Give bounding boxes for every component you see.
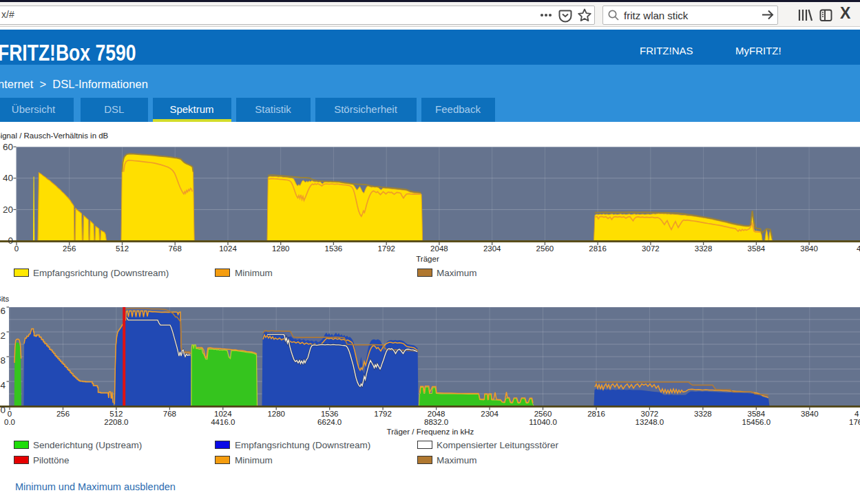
svg-text:Träger: Träger <box>416 255 439 263</box>
svg-text:1280: 1280 <box>272 244 290 253</box>
svg-text:13248.0: 13248.0 <box>636 418 664 426</box>
svg-text:0: 0 <box>14 244 19 253</box>
svg-text:20: 20 <box>3 204 13 215</box>
svg-text:15456.0: 15456.0 <box>742 418 771 426</box>
svg-text:3584: 3584 <box>748 244 766 253</box>
svg-text:512: 512 <box>109 410 123 418</box>
svg-text:1536: 1536 <box>321 410 339 418</box>
svg-text:3328: 3328 <box>695 244 713 253</box>
svg-text:0.0: 0.0 <box>4 418 15 426</box>
svg-text:60: 60 <box>3 142 13 152</box>
svg-text:768: 768 <box>163 410 176 418</box>
svg-text:1280: 1280 <box>267 410 285 418</box>
svg-text:1536: 1536 <box>325 244 343 253</box>
svg-text:2048: 2048 <box>428 410 445 418</box>
svg-text:40: 40 <box>3 173 13 183</box>
svg-text:Signal / Rausch-Verhältnis in: Signal / Rausch-Verhältnis in dB <box>0 132 109 140</box>
svg-text:3840: 3840 <box>801 410 819 418</box>
svg-text:2816: 2816 <box>587 410 605 418</box>
svg-text:4416.0: 4416.0 <box>211 418 235 426</box>
svg-text:2304: 2304 <box>483 244 501 253</box>
svg-text:0: 0 <box>8 410 12 418</box>
svg-text:Bits: Bits <box>0 295 9 303</box>
svg-text:17664.0: 17664.0 <box>849 418 860 426</box>
svg-text:4: 4 <box>857 244 860 253</box>
svg-text:768: 768 <box>169 244 182 253</box>
svg-text:2208.0: 2208.0 <box>104 418 128 426</box>
svg-text:1024: 1024 <box>214 410 232 418</box>
svg-text:3072: 3072 <box>641 410 659 418</box>
svg-text:4: 4 <box>854 410 859 418</box>
svg-text:6624.0: 6624.0 <box>317 418 342 426</box>
svg-text:3072: 3072 <box>642 244 660 253</box>
svg-text:2816: 2816 <box>589 244 607 253</box>
svg-text:11040.0: 11040.0 <box>529 418 557 426</box>
svg-text:2560: 2560 <box>534 410 552 418</box>
svg-text:3840: 3840 <box>800 244 818 253</box>
svg-text:256: 256 <box>56 410 70 418</box>
svg-text:2048: 2048 <box>430 244 448 253</box>
svg-text:1024: 1024 <box>219 244 237 253</box>
svg-text:1792: 1792 <box>374 410 392 418</box>
svg-text:2304: 2304 <box>481 410 499 418</box>
svg-text:512: 512 <box>116 244 129 253</box>
svg-text:3584: 3584 <box>748 410 766 418</box>
svg-text:256: 256 <box>63 244 76 253</box>
svg-text:3328: 3328 <box>694 410 712 418</box>
svg-text:1792: 1792 <box>377 244 395 253</box>
svg-text:Träger / Frequenz in kHz: Träger / Frequenz in kHz <box>387 428 474 436</box>
svg-text:8832.0: 8832.0 <box>424 418 448 426</box>
svg-text:0: 0 <box>8 235 13 246</box>
svg-text:2560: 2560 <box>536 244 554 253</box>
